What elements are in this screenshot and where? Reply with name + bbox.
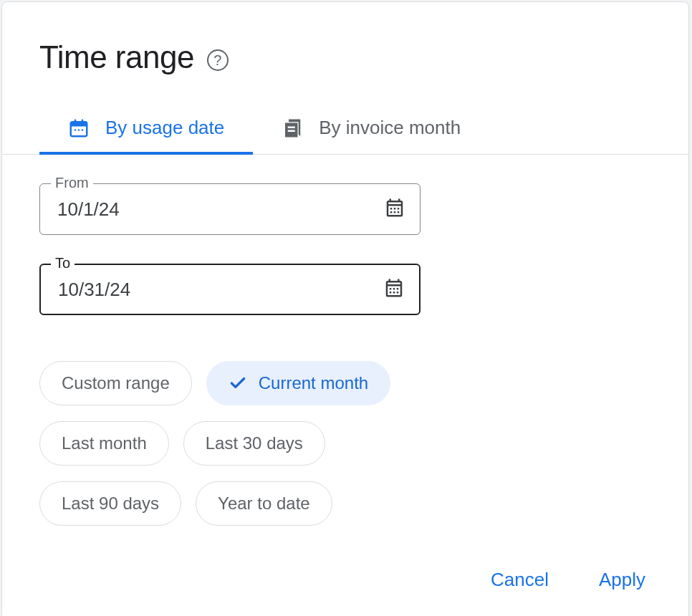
time-range-panel: Time range ? By usage date	[1, 1, 689, 616]
chip-last-90-days[interactable]: Last 90 days	[39, 481, 181, 526]
svg-rect-3	[82, 119, 84, 123]
apply-button[interactable]: Apply	[599, 569, 645, 591]
chip-last-30-days[interactable]: Last 30 days	[183, 421, 325, 466]
panel-header: Time range ?	[2, 2, 688, 75]
chip-current-month[interactable]: Current month	[206, 361, 390, 405]
tab-by-usage-date[interactable]: By usage date	[39, 104, 253, 155]
tab-bar: By usage date By invoice month	[2, 104, 688, 155]
from-date-value: 10/1/24	[57, 198, 120, 221]
to-field-wrap: To 10/31/24	[39, 264, 421, 315]
svg-point-5	[78, 129, 80, 131]
preset-chips: Custom range Current month Last month La…	[2, 344, 518, 533]
svg-rect-1	[71, 122, 87, 126]
svg-point-6	[82, 129, 84, 131]
svg-rect-2	[75, 119, 77, 123]
to-date-input[interactable]: 10/31/24	[39, 264, 421, 315]
chip-label: Last 30 days	[206, 433, 303, 453]
chip-label: Last 90 days	[62, 494, 159, 514]
calendar-picker-icon[interactable]	[384, 197, 405, 221]
date-range-form: From 10/1/24 To 10/31/24	[2, 155, 688, 315]
invoice-icon	[282, 117, 303, 139]
page-title: Time range	[39, 39, 194, 75]
cancel-button[interactable]: Cancel	[491, 569, 549, 591]
tab-label: By usage date	[105, 117, 224, 139]
chip-label: Current month	[259, 373, 368, 393]
from-label: From	[51, 175, 93, 191]
tab-by-invoice-month[interactable]: By invoice month	[253, 104, 489, 155]
chip-year-to-date[interactable]: Year to date	[196, 481, 332, 526]
help-icon[interactable]: ?	[207, 49, 229, 71]
from-date-input[interactable]: 10/1/24	[39, 183, 421, 235]
chip-last-month[interactable]: Last month	[39, 421, 169, 466]
chip-label: Last month	[62, 433, 147, 453]
tab-label: By invoice month	[319, 117, 461, 139]
from-field-wrap: From 10/1/24	[39, 183, 421, 235]
check-icon	[229, 374, 247, 393]
chip-label: Custom range	[62, 373, 170, 393]
action-bar: Cancel Apply	[2, 533, 688, 616]
calendar-icon	[68, 117, 90, 139]
to-date-value: 10/31/24	[58, 279, 130, 301]
svg-point-4	[75, 129, 77, 131]
chip-custom-range[interactable]: Custom range	[39, 361, 192, 405]
chip-label: Year to date	[218, 494, 310, 514]
to-label: To	[51, 255, 75, 271]
calendar-picker-icon[interactable]	[383, 277, 405, 302]
